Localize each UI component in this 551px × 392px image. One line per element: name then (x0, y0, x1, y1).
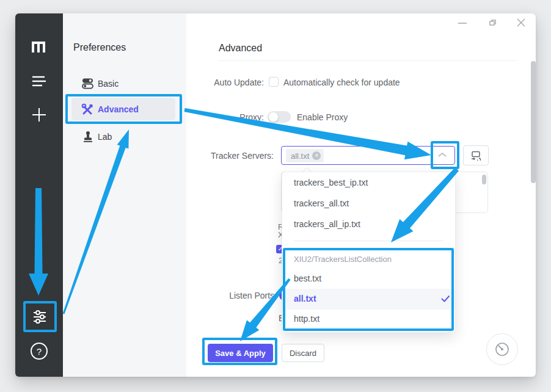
dropdown-item[interactable]: trackers_best_ip.txt (294, 178, 368, 187)
annotation-box-dropdown-group (283, 248, 454, 331)
textarea-scrollbar[interactable] (482, 175, 486, 184)
auto-update-checkbox-label[interactable]: Automatically check for update (283, 78, 400, 87)
listen-ports-label: Listen Ports: (183, 291, 277, 300)
toggle-knob (268, 112, 279, 122)
dropdown-item[interactable]: trackers_all.txt (294, 198, 349, 208)
tracker-servers-label: Tracker Servers: (183, 151, 274, 161)
screenshot-stage: ? Preferences Basic Advanced Lab Advanc (0, 0, 551, 392)
lab-stamp-icon (82, 131, 93, 142)
auto-update-checkbox[interactable] (269, 77, 279, 87)
page-title: Advanced (219, 43, 262, 54)
maximize-restore-icon[interactable] (488, 18, 498, 27)
minimize-icon[interactable] (458, 18, 467, 28)
auto-update-label: Auto Update: (183, 78, 264, 87)
annotation-box-settings-icon (23, 301, 57, 332)
dropdown-item[interactable]: trackers_all_ip.txt (294, 219, 360, 229)
discard-button[interactable]: Discard (282, 344, 324, 362)
speedometer-icon (494, 341, 511, 358)
title-divider (219, 60, 516, 61)
window-scrollbar[interactable] (531, 61, 536, 183)
proxy-toggle-label: Enable Proxy (297, 112, 348, 122)
tag-remove-icon[interactable]: × (312, 151, 321, 160)
speed-limit-button[interactable] (486, 333, 518, 365)
sidebar-item-lab[interactable]: Lab (98, 132, 112, 142)
close-icon[interactable] (516, 18, 526, 27)
annotation-box-save-button (202, 338, 277, 365)
preferences-panel (63, 13, 186, 377)
task-list-icon[interactable] (32, 76, 46, 87)
annotation-box-chevron (431, 141, 459, 169)
dropdown-divider (293, 241, 443, 241)
proxy-label: Proxy: (183, 112, 264, 122)
toggles-icon (82, 78, 93, 89)
selected-tag: all.txt × (286, 149, 324, 162)
sync-icon (470, 151, 481, 161)
refresh-trackers-button[interactable] (463, 145, 489, 165)
preferences-title: Preferences (73, 42, 126, 53)
motrix-logo-icon (30, 39, 48, 54)
annotation-box-advanced (65, 94, 182, 124)
help-icon[interactable]: ? (31, 343, 48, 360)
proxy-toggle[interactable] (268, 111, 291, 123)
selected-tag-label: all.txt (291, 151, 309, 161)
add-task-icon[interactable] (32, 107, 46, 122)
sidebar-item-basic[interactable]: Basic (98, 79, 119, 89)
